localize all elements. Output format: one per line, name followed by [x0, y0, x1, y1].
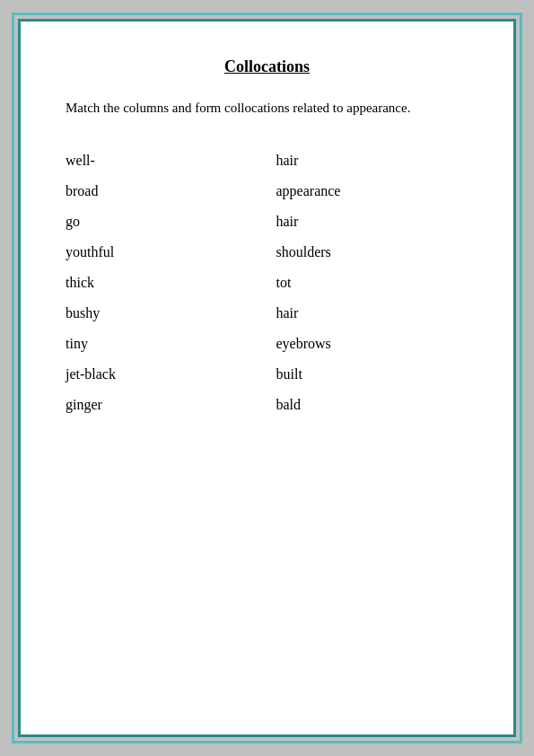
left-word: go — [66, 214, 267, 230]
left-word: ginger — [66, 397, 267, 413]
right-word: eyebrows — [267, 336, 469, 352]
right-word: hair — [267, 214, 469, 230]
right-word: bald — [267, 397, 469, 413]
left-word: thick — [66, 275, 267, 291]
right-word: hair — [267, 153, 469, 169]
table-row: thicktot — [66, 268, 468, 298]
left-word: youthful — [66, 244, 267, 260]
instruction-text: Match the columns and form collocations … — [66, 98, 468, 119]
page: Collocations Match the columns and form … — [18, 19, 516, 737]
page-title: Collocations — [66, 57, 468, 76]
left-word: bushy — [66, 305, 267, 321]
table-row: well-hair — [66, 145, 468, 176]
table-row: gohair — [66, 207, 468, 237]
left-word: tiny — [66, 336, 267, 352]
table-row: tinyeyebrows — [66, 329, 468, 359]
left-word: well- — [66, 153, 267, 169]
collocations-list: well-hairbroadappearancegohairyouthfulsh… — [66, 145, 468, 420]
right-word: appearance — [267, 183, 469, 199]
table-row: broadappearance — [66, 176, 468, 207]
table-row: jet-blackbuilt — [66, 359, 468, 390]
right-word: built — [267, 366, 469, 382]
table-row: gingerbald — [66, 390, 468, 420]
table-row: youthfulshoulders — [66, 237, 468, 268]
right-word: hair — [267, 305, 469, 321]
left-word: broad — [66, 183, 267, 199]
table-row: bushyhair — [66, 298, 468, 329]
left-word: jet-black — [66, 366, 267, 382]
right-word: tot — [267, 275, 469, 291]
right-word: shoulders — [267, 244, 469, 260]
